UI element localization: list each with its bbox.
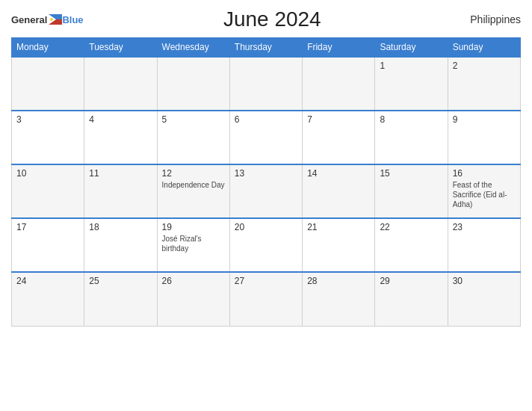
day-number: 21 [307,222,370,232]
day-number: 24 [16,276,79,286]
day-number: 29 [380,276,442,286]
logo-flag-icon [49,14,62,25]
calendar-week-row: 12 [12,57,521,111]
calendar-cell: 30 [448,272,520,326]
calendar-week-row: 101112Independence Day13141516Feast of t… [12,164,521,218]
holiday-label: Independence Day [162,180,225,190]
logo: General Blue [11,14,84,25]
calendar-cell: 26 [157,272,229,326]
calendar-cell: 3 [12,111,84,164]
day-number: 10 [16,168,79,179]
holiday-label: José Rizal's birthday [162,234,225,253]
day-number: 9 [453,114,516,125]
calendar-cell [229,57,302,111]
day-number: 19 [162,222,225,232]
day-number: 30 [453,276,516,286]
month-title: June 2024 [84,7,461,31]
day-number: 8 [380,114,442,125]
calendar-cell: 21 [303,218,375,272]
calendar-cell: 14 [303,164,375,218]
calendar-cell: 27 [229,272,302,326]
day-number: 13 [235,168,297,179]
calendar-cell: 10 [12,164,84,218]
day-number: 4 [89,114,152,125]
calendar-cell [303,57,375,111]
day-number: 25 [89,276,152,286]
logo-blue-text: Blue [62,14,83,25]
calendar-page: General Blue June 2024 Philippines Monda… [0,0,532,411]
calendar-cell [84,57,157,111]
day-number: 27 [235,276,297,286]
col-header-tuesday: Tuesday [84,38,157,58]
calendar-cell: 25 [84,272,157,326]
calendar-cell: 17 [12,218,84,272]
calendar-cell: 28 [303,272,375,326]
calendar-week-row: 24252627282930 [12,272,521,326]
col-header-friday: Friday [303,38,375,58]
calendar-cell: 20 [229,218,302,272]
calendar-cell [157,57,229,111]
calendar-week-row: 3456789 [12,111,521,164]
calendar-cell: 8 [375,111,448,164]
calendar-cell: 29 [375,272,448,326]
day-number: 16 [453,168,516,179]
calendar-cell: 7 [303,111,375,164]
day-number: 6 [235,114,297,125]
col-header-wednesday: Wednesday [157,38,229,58]
day-number: 2 [453,61,516,71]
calendar-cell: 11 [84,164,157,218]
day-number: 12 [162,168,225,179]
calendar-cell: 18 [84,218,157,272]
calendar-cell: 16Feast of the Sacrifice (Eid al-Adha) [448,164,520,218]
day-number: 28 [307,276,370,286]
calendar-cell: 12Independence Day [157,164,229,218]
calendar-cell: 23 [448,218,520,272]
svg-point-6 [50,18,53,21]
day-number: 20 [235,222,297,232]
calendar-cell: 5 [157,111,229,164]
col-header-thursday: Thursday [229,38,302,58]
calendar-cell [12,57,84,111]
calendar-cell: 4 [84,111,157,164]
col-header-monday: Monday [12,38,84,58]
calendar-cell: 22 [375,218,448,272]
day-number: 14 [307,168,370,179]
col-header-sunday: Sunday [448,38,520,58]
calendar-cell: 2 [448,57,520,111]
calendar-cell: 19José Rizal's birthday [157,218,229,272]
day-number: 11 [89,168,152,179]
day-number: 26 [162,276,225,286]
day-number: 1 [380,61,442,71]
day-number: 18 [89,222,152,232]
day-number: 5 [162,114,225,125]
calendar-cell: 13 [229,164,302,218]
col-header-saturday: Saturday [375,38,448,58]
day-number: 17 [16,222,79,232]
day-number: 15 [380,168,442,179]
calendar-header-row: MondayTuesdayWednesdayThursdayFridaySatu… [12,38,521,58]
calendar-table: MondayTuesdayWednesdayThursdayFridaySatu… [11,37,521,327]
header: General Blue June 2024 Philippines [11,7,521,31]
day-number: 22 [380,222,442,232]
day-number: 7 [307,114,370,125]
calendar-week-row: 171819José Rizal's birthday20212223 [12,218,521,272]
calendar-cell: 24 [12,272,84,326]
calendar-cell: 15 [375,164,448,218]
calendar-cell: 6 [229,111,302,164]
calendar-cell: 9 [448,111,520,164]
logo-general-text: General [11,14,47,25]
day-number: 3 [16,114,79,125]
calendar-cell: 1 [375,57,448,111]
holiday-label: Feast of the Sacrifice (Eid al-Adha) [453,180,516,209]
country-label: Philippines [461,13,521,25]
day-number: 23 [453,222,516,232]
